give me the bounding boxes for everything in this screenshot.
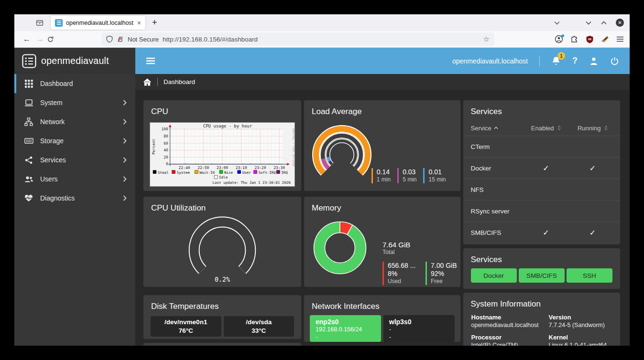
load-legend-item: 0.03 5 min: [397, 168, 416, 183]
notification-badge: 1: [557, 52, 565, 60]
sidebar-item-users[interactable]: Users: [14, 169, 135, 189]
users-icon: [24, 174, 33, 184]
load-average-panel: Load Average: [304, 100, 460, 191]
sysinfo-field: Version 7.7.24-5 (Sandworm): [549, 314, 612, 329]
clipped-panel: [143, 343, 301, 346]
field-value: openmediavault.localhost: [471, 321, 543, 329]
svg-text:100: 100: [161, 127, 168, 131]
extension-icon[interactable]: [601, 35, 609, 43]
url-text[interactable]: http://192.168.0.156/#/dashboard: [163, 36, 480, 43]
sysinfo-field: Kernel Linux 6.1.0-41-amd64: [549, 334, 612, 346]
panel-title: System Information: [463, 293, 621, 313]
panel-title: Memory: [304, 197, 460, 217]
brand-logo[interactable]: openmediavault: [14, 48, 135, 74]
services-table-header: Service Enabled Running: [463, 120, 621, 136]
shield-icon[interactable]: [106, 35, 113, 43]
power-icon[interactable]: [610, 56, 619, 66]
window-close-icon[interactable]: ✕: [616, 19, 624, 27]
column-label: Enabled: [531, 125, 554, 132]
sort-both-icon: [604, 126, 608, 130]
service-name: Docker: [471, 165, 523, 172]
tab-close-icon[interactable]: ×: [137, 19, 141, 27]
svg-text:23:30: 23:30: [273, 166, 285, 170]
memory-used-value: 656.68 ...: [388, 262, 418, 270]
column-enabled[interactable]: Enabled: [522, 125, 570, 132]
cpu-utilization-value: 0.2%: [215, 276, 230, 283]
cpu-panel: CPU: [143, 100, 301, 191]
tab-title: openmediavault.localhost: [66, 20, 134, 26]
column-service[interactable]: Service: [471, 125, 523, 132]
memory-used-label: Used: [388, 278, 418, 285]
sort-asc-icon: [494, 127, 498, 129]
svg-text:Steal: Steal: [158, 170, 169, 175]
panel-title: Services: [463, 248, 621, 266]
forward-button[interactable]: →: [33, 35, 47, 43]
menu-hamburger-icon[interactable]: [616, 36, 624, 42]
bookmark-star-icon[interactable]: ☆: [483, 35, 490, 43]
user-icon[interactable]: [589, 56, 599, 66]
help-button[interactable]: ?: [572, 56, 578, 66]
sidebar-item-label: Dashboard: [40, 80, 73, 87]
ublock-origin-icon[interactable]: UO: [586, 35, 594, 43]
storage-disk-icon: [24, 136, 33, 146]
notifications-bell-icon[interactable]: 1: [551, 56, 561, 66]
sidebar-toggle-hamburger-icon[interactable]: [146, 57, 155, 64]
chevron-right-icon: [123, 138, 127, 144]
service-button-smbcifs[interactable]: SMB/CIFS: [519, 268, 565, 283]
column-label: Service: [471, 125, 491, 132]
sidebar-item-dashboard[interactable]: Dashboard: [14, 74, 135, 93]
column-running[interactable]: Running: [570, 125, 615, 132]
memory-free-label: Free: [431, 278, 459, 285]
sort-both-icon: [557, 126, 561, 130]
table-row: NFS: [463, 179, 621, 200]
table-row: CTerm: [463, 136, 621, 157]
back-button[interactable]: ←: [20, 35, 33, 43]
service-name: CTerm: [471, 143, 523, 150]
load-value: 0.01: [428, 168, 446, 176]
sidebar-item-label: Diagnostics: [40, 194, 75, 202]
tab-list-chevron-icon[interactable]: [554, 21, 560, 25]
chart-ylabel: Percent: [152, 138, 156, 154]
disk-tile: /dev/nvme0n1 76°C: [151, 316, 221, 337]
disk-tile: /dev/sda 33°C: [224, 316, 295, 337]
disk-name: /dev/nvme0n1: [164, 318, 207, 327]
chevron-right-icon: [123, 176, 127, 182]
memory-total-value: 7.64 GiB: [382, 241, 459, 249]
sidebar-item-storage[interactable]: Storage: [14, 131, 135, 150]
insecure-lock-icon[interactable]: [117, 35, 124, 43]
new-tab-button[interactable]: +: [152, 18, 157, 28]
reload-button[interactable]: [47, 36, 60, 43]
load-value: 0.03: [403, 168, 416, 176]
active-tab[interactable]: openmediavault.localhost ×: [51, 16, 145, 30]
field-value: Linux 6.1.0-41-amd64: [549, 341, 612, 346]
window-minimize-icon[interactable]: [585, 21, 592, 25]
system-information-panel: System Information Hostname openmediavau…: [463, 293, 621, 346]
svg-text:60: 60: [164, 141, 168, 146]
sidebar-item-network[interactable]: Network: [14, 112, 135, 131]
share-icon: [24, 155, 33, 165]
services-table-panel: Services Service Enabled Runni: [463, 100, 621, 244]
service-button-ssh[interactable]: SSH: [567, 268, 612, 283]
memory-legend: 7.64 GiB Total 656.68 ... 8% Used 7.00 G…: [382, 241, 459, 285]
service-button-docker[interactable]: Docker: [471, 268, 517, 283]
tab-favicon-icon: [55, 19, 63, 27]
chevron-right-icon: [123, 157, 127, 163]
load-legend-item: 0.14 1 min: [371, 168, 391, 183]
running-check: ✓: [570, 228, 615, 237]
url-bar[interactable]: Not Secure http://192.168.0.156/#/dashbo…: [101, 32, 494, 46]
home-icon[interactable]: [143, 78, 152, 86]
sidebar-item-diagnostics[interactable]: Diagnostics: [14, 189, 135, 208]
topbar-divider: [539, 56, 540, 66]
sidebar-item-label: Users: [40, 175, 58, 183]
account-icon[interactable]: [555, 35, 563, 43]
interface-extra: -: [316, 333, 375, 341]
svg-text:User: User: [242, 170, 251, 175]
sidebar-item-services[interactable]: Services: [14, 150, 135, 169]
window-maximize-icon[interactable]: [600, 21, 607, 25]
enabled-check: ✓: [522, 164, 570, 173]
chevron-right-icon: [123, 100, 127, 106]
extensions-puzzle-icon[interactable]: [570, 35, 579, 43]
sidebar-item-system[interactable]: System: [14, 93, 135, 112]
firefox-view-button[interactable]: [34, 18, 45, 28]
svg-text:Nice: Nice: [224, 170, 233, 175]
